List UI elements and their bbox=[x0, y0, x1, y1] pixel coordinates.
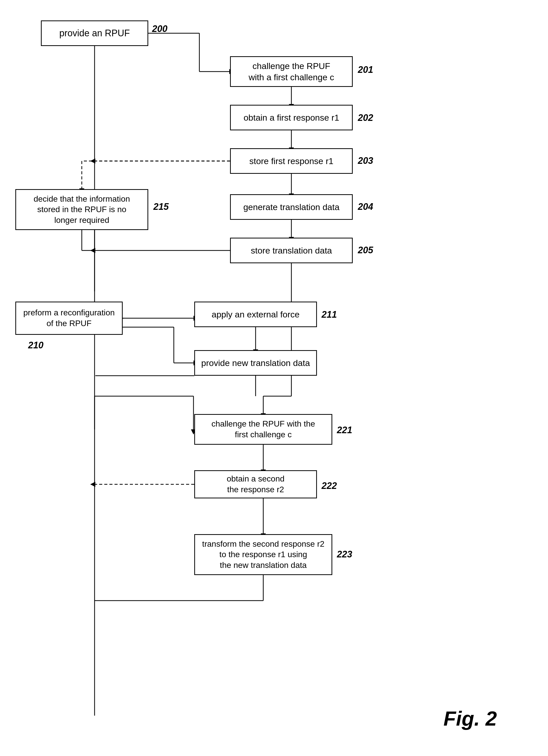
label-211: 211 bbox=[322, 309, 337, 320]
box-221: challenge the RPUF with the first challe… bbox=[194, 414, 332, 445]
label-203: 203 bbox=[358, 155, 373, 166]
svg-marker-16 bbox=[90, 248, 95, 253]
label-201: 201 bbox=[358, 64, 373, 75]
box-211: apply an external force bbox=[194, 302, 317, 327]
label-223: 223 bbox=[337, 549, 352, 560]
box-201: challenge the RPUF with a first challeng… bbox=[230, 56, 353, 87]
box-215: decide that the information stored in th… bbox=[15, 189, 148, 230]
label-222: 222 bbox=[322, 480, 337, 491]
label-215: 215 bbox=[153, 201, 169, 212]
label-221: 221 bbox=[337, 425, 352, 436]
box-203: store first response r1 bbox=[230, 148, 353, 174]
box-222: obtain a second the response r2 bbox=[194, 470, 317, 498]
svg-marker-10 bbox=[90, 158, 95, 164]
svg-marker-33 bbox=[90, 482, 95, 487]
diagram-container: provide an RPUF challenge the RPUF with … bbox=[0, 0, 548, 756]
figure-label: Fig. 2 bbox=[443, 707, 497, 730]
box-204: generate translation data bbox=[230, 194, 353, 220]
box-210: preform a reconfiguration of the RPUF bbox=[15, 302, 123, 335]
label-204: 204 bbox=[358, 201, 373, 212]
label-200: 200 bbox=[152, 24, 167, 34]
label-202: 202 bbox=[358, 112, 373, 123]
box-205: store translation data bbox=[230, 238, 353, 263]
box-212: provide new translation data bbox=[194, 350, 317, 376]
label-205: 205 bbox=[358, 245, 373, 256]
box-223: transform the second response r2 to the … bbox=[194, 534, 332, 575]
label-210: 210 bbox=[28, 340, 43, 351]
box-200: provide an RPUF bbox=[41, 20, 148, 46]
box-202: obtain a first response r1 bbox=[230, 105, 353, 130]
